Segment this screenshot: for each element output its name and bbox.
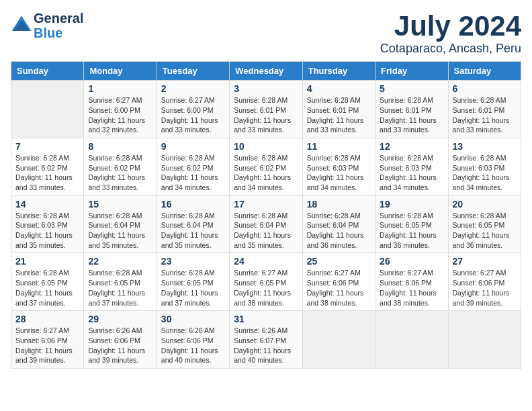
day-number: 9 (161, 141, 225, 152)
day-cell: 11Sunrise: 6:28 AMSunset: 6:03 PMDayligh… (302, 138, 375, 195)
day-info: Sunrise: 6:28 AMSunset: 6:05 PMDaylight:… (161, 268, 225, 308)
day-info: Sunrise: 6:28 AMSunset: 6:05 PMDaylight:… (380, 211, 443, 250)
day-info: Sunrise: 6:27 AMSunset: 6:00 PMDaylight:… (161, 95, 225, 135)
day-info: Sunrise: 6:28 AMSunset: 6:02 PMDaylight:… (234, 153, 298, 193)
day-cell: 27Sunrise: 6:27 AMSunset: 6:06 PMDayligh… (448, 253, 521, 311)
day-info: Sunrise: 6:27 AMSunset: 6:06 PMDaylight:… (307, 268, 371, 308)
day-number: 10 (234, 141, 298, 152)
day-info: Sunrise: 6:28 AMSunset: 6:01 PMDaylight:… (307, 95, 371, 135)
day-cell: 29Sunrise: 6:26 AMSunset: 6:06 PMDayligh… (84, 311, 157, 369)
day-number: 26 (380, 256, 443, 267)
logo: General Blue (11, 11, 83, 40)
day-cell: 8Sunrise: 6:28 AMSunset: 6:02 PMDaylight… (84, 138, 157, 195)
day-info: Sunrise: 6:28 AMSunset: 6:02 PMDaylight:… (15, 153, 79, 193)
header-monday: Monday (84, 62, 157, 81)
week-row-3: 14Sunrise: 6:28 AMSunset: 6:03 PMDayligh… (11, 195, 521, 253)
day-cell: 9Sunrise: 6:28 AMSunset: 6:02 PMDaylight… (157, 138, 229, 195)
day-number: 19 (380, 199, 443, 210)
day-info: Sunrise: 6:28 AMSunset: 6:01 PMDaylight:… (453, 95, 517, 135)
week-row-2: 7Sunrise: 6:28 AMSunset: 6:02 PMDaylight… (11, 138, 521, 195)
day-info: Sunrise: 6:28 AMSunset: 6:02 PMDaylight:… (161, 153, 225, 193)
day-info: Sunrise: 6:28 AMSunset: 6:04 PMDaylight:… (88, 211, 152, 250)
day-cell: 14Sunrise: 6:28 AMSunset: 6:03 PMDayligh… (11, 195, 84, 253)
calendar-body: 1Sunrise: 6:27 AMSunset: 6:00 PMDaylight… (11, 81, 521, 369)
day-cell: 16Sunrise: 6:28 AMSunset: 6:04 PMDayligh… (157, 195, 229, 253)
week-row-5: 28Sunrise: 6:27 AMSunset: 6:06 PMDayligh… (11, 311, 521, 369)
main-title: July 2024 (380, 11, 521, 42)
day-cell: 20Sunrise: 6:28 AMSunset: 6:05 PMDayligh… (448, 195, 521, 253)
day-cell: 23Sunrise: 6:28 AMSunset: 6:05 PMDayligh… (157, 253, 229, 311)
subtitle: Cotaparaco, Ancash, Peru (380, 42, 521, 56)
day-number: 6 (453, 83, 517, 94)
day-info: Sunrise: 6:26 AMSunset: 6:06 PMDaylight:… (161, 326, 225, 365)
day-cell: 30Sunrise: 6:26 AMSunset: 6:06 PMDayligh… (157, 311, 229, 369)
day-cell: 5Sunrise: 6:28 AMSunset: 6:01 PMDaylight… (375, 81, 448, 138)
day-number: 30 (161, 314, 225, 324)
day-info: Sunrise: 6:28 AMSunset: 6:01 PMDaylight:… (234, 95, 298, 135)
header-thursday: Thursday (302, 62, 375, 81)
day-number: 29 (88, 314, 152, 324)
day-cell: 4Sunrise: 6:28 AMSunset: 6:01 PMDaylight… (302, 81, 375, 138)
day-info: Sunrise: 6:28 AMSunset: 6:03 PMDaylight:… (453, 153, 517, 193)
day-cell: 31Sunrise: 6:26 AMSunset: 6:07 PMDayligh… (230, 311, 302, 369)
day-number: 8 (88, 141, 152, 152)
header-saturday: Saturday (448, 62, 521, 81)
day-cell (11, 81, 84, 138)
day-info: Sunrise: 6:28 AMSunset: 6:05 PMDaylight:… (15, 268, 79, 308)
day-cell: 7Sunrise: 6:28 AMSunset: 6:02 PMDaylight… (11, 138, 84, 195)
day-cell: 17Sunrise: 6:28 AMSunset: 6:04 PMDayligh… (230, 195, 302, 253)
week-row-1: 1Sunrise: 6:27 AMSunset: 6:00 PMDaylight… (11, 81, 521, 138)
day-info: Sunrise: 6:28 AMSunset: 6:05 PMDaylight:… (453, 211, 517, 250)
day-number: 16 (161, 199, 225, 210)
day-number: 25 (307, 256, 371, 267)
day-cell: 19Sunrise: 6:28 AMSunset: 6:05 PMDayligh… (375, 195, 448, 253)
day-info: Sunrise: 6:28 AMSunset: 6:03 PMDaylight:… (380, 153, 443, 193)
day-number: 13 (453, 141, 517, 152)
day-cell: 21Sunrise: 6:28 AMSunset: 6:05 PMDayligh… (11, 253, 84, 311)
day-cell: 22Sunrise: 6:28 AMSunset: 6:05 PMDayligh… (84, 253, 157, 311)
day-number: 1 (88, 83, 152, 94)
day-number: 7 (15, 141, 79, 152)
day-cell: 10Sunrise: 6:28 AMSunset: 6:02 PMDayligh… (230, 138, 302, 195)
day-number: 3 (234, 83, 298, 94)
header-wednesday: Wednesday (230, 62, 302, 81)
day-number: 4 (307, 83, 371, 94)
day-cell: 2Sunrise: 6:27 AMSunset: 6:00 PMDaylight… (157, 81, 229, 138)
day-number: 22 (88, 256, 152, 267)
day-info: Sunrise: 6:27 AMSunset: 6:06 PMDaylight:… (453, 268, 517, 308)
day-number: 18 (307, 199, 371, 210)
day-number: 12 (380, 141, 443, 152)
day-number: 21 (15, 256, 79, 267)
day-cell (448, 311, 521, 369)
day-info: Sunrise: 6:28 AMSunset: 6:03 PMDaylight:… (307, 153, 371, 193)
day-cell: 24Sunrise: 6:27 AMSunset: 6:05 PMDayligh… (230, 253, 302, 311)
day-info: Sunrise: 6:28 AMSunset: 6:01 PMDaylight:… (380, 95, 443, 135)
day-cell: 3Sunrise: 6:28 AMSunset: 6:01 PMDaylight… (230, 81, 302, 138)
day-cell: 12Sunrise: 6:28 AMSunset: 6:03 PMDayligh… (375, 138, 448, 195)
day-number: 23 (161, 256, 225, 267)
page-header: General Blue July 2024 Cotaparaco, Ancas… (11, 11, 521, 56)
day-number: 31 (234, 314, 298, 324)
day-info: Sunrise: 6:28 AMSunset: 6:04 PMDaylight:… (234, 211, 298, 250)
day-info: Sunrise: 6:28 AMSunset: 6:05 PMDaylight:… (88, 268, 152, 308)
day-info: Sunrise: 6:28 AMSunset: 6:03 PMDaylight:… (15, 211, 79, 250)
day-cell: 28Sunrise: 6:27 AMSunset: 6:06 PMDayligh… (11, 311, 84, 369)
header-tuesday: Tuesday (157, 62, 229, 81)
day-info: Sunrise: 6:27 AMSunset: 6:06 PMDaylight:… (380, 268, 443, 308)
day-cell (375, 311, 448, 369)
day-cell: 13Sunrise: 6:28 AMSunset: 6:03 PMDayligh… (448, 138, 521, 195)
day-cell (302, 311, 375, 369)
day-cell: 6Sunrise: 6:28 AMSunset: 6:01 PMDaylight… (448, 81, 521, 138)
day-cell: 18Sunrise: 6:28 AMSunset: 6:04 PMDayligh… (302, 195, 375, 253)
calendar-header: SundayMondayTuesdayWednesdayThursdayFrid… (11, 62, 521, 81)
day-info: Sunrise: 6:28 AMSunset: 6:04 PMDaylight:… (161, 211, 225, 250)
day-number: 2 (161, 83, 225, 94)
day-number: 11 (307, 141, 371, 152)
header-row: SundayMondayTuesdayWednesdayThursdayFrid… (11, 62, 521, 81)
header-friday: Friday (375, 62, 448, 81)
day-number: 14 (15, 199, 79, 210)
week-row-4: 21Sunrise: 6:28 AMSunset: 6:05 PMDayligh… (11, 253, 521, 311)
day-cell: 1Sunrise: 6:27 AMSunset: 6:00 PMDaylight… (84, 81, 157, 138)
day-info: Sunrise: 6:26 AMSunset: 6:07 PMDaylight:… (234, 326, 298, 365)
day-info: Sunrise: 6:27 AMSunset: 6:05 PMDaylight:… (234, 268, 298, 308)
